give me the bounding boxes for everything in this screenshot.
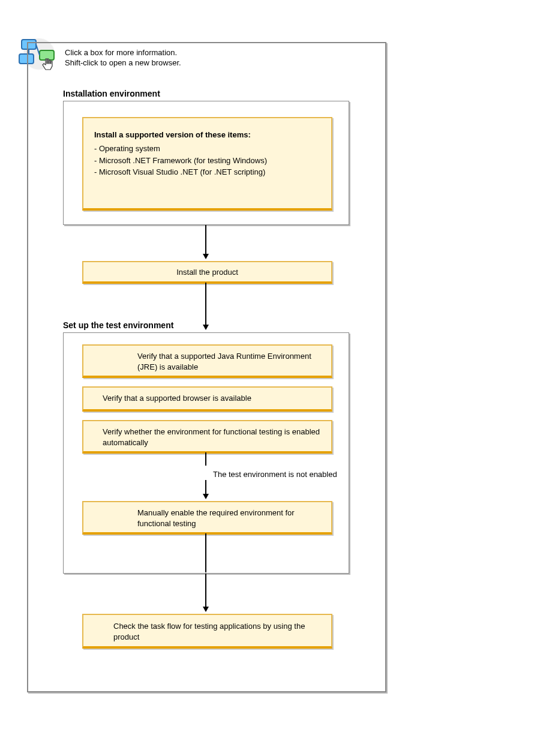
install-product-label: Install the product: [176, 268, 238, 277]
arrow-2-head: [203, 325, 209, 330]
verify-jre-label: Verify that a supported Java Runtime Env…: [137, 352, 311, 371]
box-manual-enable[interactable]: Manually enable the required environment…: [82, 501, 332, 535]
section1-title: Installation environment: [63, 89, 160, 98]
verify-browser-label: Verify that a supported browser is avail…: [103, 394, 251, 403]
arrow-3b-head: [203, 494, 209, 499]
check-taskflow-label: Check the task flow for testing applicat…: [113, 622, 305, 641]
section2-title: Set up the test environment: [63, 320, 173, 330]
box-install-supported-items[interactable]: Install a supported version of these ite…: [82, 117, 332, 211]
arrow-3a: [205, 452, 206, 466]
arrow-1-head: [203, 254, 209, 259]
arrow-4-line: [205, 533, 206, 572]
arrow-2: [205, 283, 206, 325]
note-not-enabled: The test environment is not enabled: [213, 470, 337, 479]
arrow-4: [205, 574, 206, 607]
install-item-1: - Operating system: [94, 143, 320, 155]
box-verify-jre[interactable]: Verify that a supported Java Runtime Env…: [82, 344, 332, 378]
install-item-2: - Microsoft .NET Framework (for testing …: [94, 155, 320, 167]
arrow-4-head: [203, 607, 209, 612]
verify-env-label: Verify whether the environment for funct…: [103, 427, 320, 447]
install-items-heading: Install a supported version of these ite…: [94, 130, 320, 139]
arrow-3b: [205, 480, 206, 494]
box-check-taskflow[interactable]: Check the task flow for testing applicat…: [82, 614, 332, 649]
box-install-product[interactable]: Install the product: [82, 261, 332, 284]
install-item-3: - Microsoft Visual Studio .NET (for .NET…: [94, 166, 320, 178]
box-verify-env[interactable]: Verify whether the environment for funct…: [82, 420, 332, 454]
box-verify-browser[interactable]: Verify that a supported browser is avail…: [82, 386, 332, 412]
manual-enable-label: Manually enable the required environment…: [137, 508, 295, 528]
arrow-1: [205, 225, 206, 254]
